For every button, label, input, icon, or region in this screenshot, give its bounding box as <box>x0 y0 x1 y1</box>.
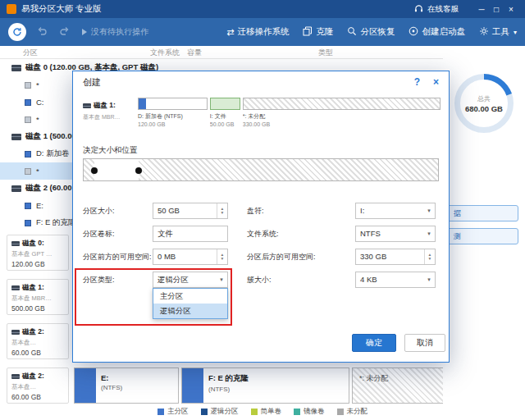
legend-swatch <box>251 409 258 415</box>
used-space-band <box>182 368 203 403</box>
redo-button[interactable] <box>59 25 72 39</box>
drive-letter-dropdown[interactable]: I: ▾ <box>355 203 436 219</box>
spinner-down-icon: ▾ <box>429 257 431 261</box>
cluster-size-dropdown[interactable]: 4 KB ▾ <box>355 272 436 288</box>
create-boot-disk-button[interactable]: 创建启动盘 <box>409 26 465 38</box>
refresh-button[interactable] <box>8 23 26 41</box>
minimize-button[interactable]: ─ <box>474 5 489 14</box>
dialog-disk-label: 磁盘 1: 基本盘 MBR… <box>83 98 134 139</box>
space-before-field[interactable]: 0 MB ▴▾ <box>153 249 228 265</box>
undo-button[interactable] <box>36 25 49 39</box>
slider-selected-range <box>94 159 139 180</box>
legend-item: 主分区 <box>158 407 189 417</box>
partition-icon <box>25 151 31 158</box>
disk-icon <box>11 134 21 140</box>
partition-size-field[interactable]: 50 GB ▴▾ <box>153 203 228 219</box>
app-title: 易我分区大师 专业版 <box>21 3 101 15</box>
legend-swatch <box>201 409 208 415</box>
migrate-os-button[interactable]: ⇄ 迁移操作系统 <box>226 26 289 38</box>
space-before-label: 分区前方的可用空间: <box>83 249 152 265</box>
slider-handle-right[interactable] <box>135 167 142 174</box>
legend-item: 镜像卷 <box>294 407 325 417</box>
migrate-os-icon: ⇄ <box>226 27 234 38</box>
partition-icon <box>25 99 31 106</box>
dialog-segment-d[interactable]: D: 新加卷 (NTFS) 120.00 GB <box>138 98 208 139</box>
spinner-down-icon: ▾ <box>221 211 224 215</box>
disk-card-1[interactable]: 磁盘 1: 基本盘 MBR… 500.00 GB <box>7 279 69 315</box>
disk-icon <box>11 374 20 379</box>
slider-handle-left[interactable] <box>91 167 98 174</box>
cancel-button[interactable]: 取消 <box>404 334 445 352</box>
chevron-down-icon: ▾ <box>216 272 227 287</box>
help-icon[interactable]: ? <box>414 76 420 88</box>
partition-recovery-button[interactable]: 分区恢复 <box>347 26 395 38</box>
volume-label-label: 分区卷标: <box>83 226 115 242</box>
clone-button[interactable]: 克隆 <box>303 26 333 38</box>
spinner[interactable]: ▴▾ <box>217 203 227 218</box>
boot-disk-icon <box>409 26 418 38</box>
partition-segment-f[interactable]: F: E 的克隆 (NTFS) <box>181 368 349 404</box>
tools-gear-icon <box>479 26 489 38</box>
space-after-label: 分区后方的可用空间: <box>247 249 316 265</box>
ok-button[interactable]: 确定 <box>352 334 396 352</box>
tools-menu-button[interactable]: 工具 ▾ <box>479 26 517 38</box>
headset-icon <box>414 4 423 15</box>
col-type: 类型 <box>318 48 333 58</box>
partition-icon <box>25 203 31 209</box>
chevron-down-icon: ▾ <box>423 203 435 218</box>
close-button[interactable]: × <box>504 5 518 14</box>
online-support-button[interactable]: 在线客服 <box>427 4 459 15</box>
disk-card-0[interactable]: 磁盘 0: 基本盘 GPT … 120.00 GB <box>7 235 69 271</box>
chevron-down-icon: ▾ <box>423 272 435 287</box>
disk-card-3[interactable]: 磁盘 2: 基本盘… 60.00 GB <box>7 368 69 404</box>
dialog-close-icon[interactable]: × <box>433 76 439 88</box>
disk-icon <box>11 330 20 335</box>
col-capacity: 容量 <box>187 48 202 58</box>
partition-type-dropdown[interactable]: 逻辑分区 ▾ <box>153 272 228 288</box>
partition-icon <box>25 168 31 175</box>
size-position-slider[interactable] <box>83 158 439 181</box>
redo-icon <box>59 25 71 37</box>
dialog-segment-new[interactable]: I: 文件 50.00 GB <box>210 98 240 139</box>
right-action-chip-1[interactable]: 据 <box>446 205 518 221</box>
create-dialog: 创建 ? × 磁盘 1: 基本盘 MBR… D: 新加卷 (NTFS) 120.… <box>72 71 450 363</box>
disk-icon <box>11 185 21 192</box>
filesystem-dropdown[interactable]: NTFS ▾ <box>355 226 436 242</box>
dialog-header: 创建 ? × <box>73 71 449 93</box>
disk-icon <box>11 285 20 290</box>
chevron-down-icon: ▾ <box>423 226 435 241</box>
chevron-down-icon: ▾ <box>514 29 517 36</box>
right-action-chip-2[interactable]: 测 <box>446 228 518 244</box>
partition-segment-e[interactable]: E: (NTFS) <box>74 368 179 404</box>
app-logo-icon <box>7 4 16 14</box>
spinner[interactable]: ▴▾ <box>217 249 227 264</box>
partition-icon <box>25 116 31 123</box>
option-primary-partition[interactable]: 主分区 <box>153 289 227 304</box>
space-after-field[interactable]: 330 GB ▴▾ <box>355 249 436 265</box>
toolbar: 没有待执行操作 ⇄ 迁移操作系统 克隆 分区恢复 创建启动盘 <box>0 18 525 46</box>
drive-letter-label: 盘符: <box>247 203 264 219</box>
pending-operations: 没有待执行操作 <box>82 26 148 38</box>
right-summary-panel: 总共 680.00 GB 据 测 <box>443 46 525 420</box>
refresh-icon <box>12 27 22 37</box>
volume-label-input[interactable]: 文件 <box>153 226 228 242</box>
maximize-button[interactable]: □ <box>489 5 504 14</box>
disk-icon <box>11 241 20 246</box>
disk-icon <box>11 65 21 71</box>
legend-item: 简单卷 <box>251 407 282 417</box>
col-partition: 分区 <box>23 48 38 58</box>
partition-icon <box>25 82 31 89</box>
col-filesystem: 文件系统 <box>150 48 180 58</box>
dialog-segment-unallocated[interactable]: *: 未分配 330.00 GB <box>243 98 441 139</box>
spinner[interactable]: ▴▾ <box>424 249 435 264</box>
partition-size-label: 分区大小: <box>83 203 115 219</box>
used-space-band <box>75 368 96 403</box>
disk-icon <box>83 103 91 108</box>
dialog-title: 创建 <box>83 76 101 89</box>
donut-arc <box>454 74 514 133</box>
filesystem-label: 文件系统: <box>247 226 279 242</box>
option-logical-partition[interactable]: 逻辑分区 <box>153 304 227 318</box>
disk-card-2[interactable]: 磁盘 2: 基本盘… 60.00 GB <box>7 323 69 359</box>
used-space-band <box>139 98 146 109</box>
undo-icon <box>36 25 48 37</box>
